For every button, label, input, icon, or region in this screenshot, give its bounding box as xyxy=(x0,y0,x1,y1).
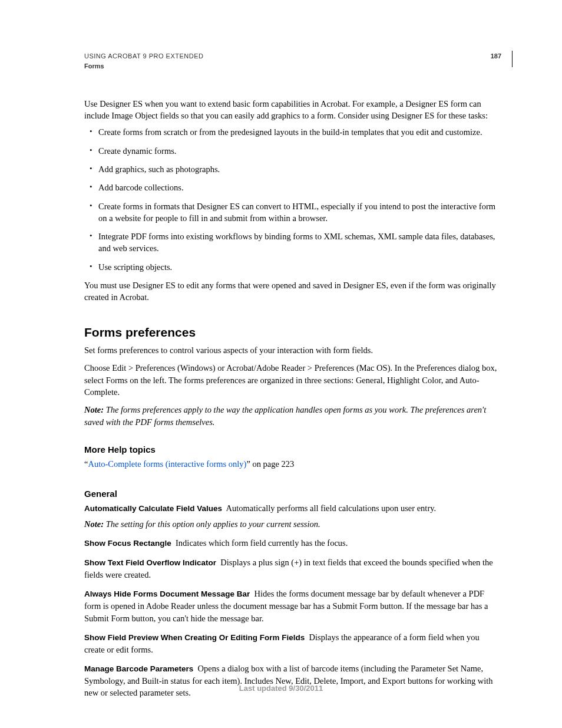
header-title: USING ACROBAT 9 PRO EXTENDED xyxy=(84,52,498,61)
page-container: USING ACROBAT 9 PRO EXTENDED Forms 187 U… xyxy=(0,0,562,728)
option-row: Automatically Calculate Field Values Aut… xyxy=(84,502,498,515)
note-paragraph: Note: The forms preferences apply to the… xyxy=(84,404,498,428)
section-heading-forms-preferences: Forms preferences xyxy=(84,324,498,341)
option-desc: Indicates which form field currently has… xyxy=(176,538,348,548)
page-header: USING ACROBAT 9 PRO EXTENDED Forms 187 xyxy=(84,52,498,71)
footer-updated: Last updated 9/30/2011 xyxy=(0,683,562,694)
page-number: 187 xyxy=(491,52,501,61)
list-item: Create dynamic forms. xyxy=(84,145,498,157)
help-link[interactable]: Auto-Complete forms (interactive forms o… xyxy=(88,459,246,469)
option-row: Show Field Preview When Creating Or Edit… xyxy=(84,631,498,655)
note-paragraph: Note: The setting for this option only a… xyxy=(84,518,498,530)
option-row: Always Hide Forms Document Message Bar H… xyxy=(84,588,498,624)
option-label: Show Field Preview When Creating Or Edit… xyxy=(84,633,305,642)
header-subtitle: Forms xyxy=(84,62,498,71)
list-item: Use scripting objects. xyxy=(84,261,498,273)
intro-paragraph: Use Designer ES when you want to extend … xyxy=(84,98,498,122)
general-heading: General xyxy=(84,487,498,500)
header-divider xyxy=(512,51,513,67)
note-body: The setting for this option only applies… xyxy=(106,519,320,529)
help-link-suffix: ” on page 223 xyxy=(246,459,294,469)
option-label: Show Focus Rectangle xyxy=(84,539,171,548)
option-row: Show Focus Rectangle Indicates which for… xyxy=(84,537,498,549)
list-item: Create forms in formats that Designer ES… xyxy=(84,200,498,225)
note-label: Note: xyxy=(84,405,104,414)
option-label: Automatically Calculate Field Values xyxy=(84,504,222,513)
option-row: Show Text Field Overflow Indicator Displ… xyxy=(84,556,498,581)
section-paragraph: Choose Edit > Preferences (Windows) or A… xyxy=(84,362,498,398)
more-help-heading: More Help topics xyxy=(84,443,498,456)
list-item: Integrate PDF forms into existing workfl… xyxy=(84,230,498,255)
note-body: The forms preferences apply to the way t… xyxy=(84,405,486,426)
option-desc: Automatically performs all field calcula… xyxy=(226,503,437,513)
option-label: Always Hide Forms Document Message Bar xyxy=(84,589,250,598)
section-paragraph: Set forms preferences to control various… xyxy=(84,344,498,356)
after-bullets-paragraph: You must use Designer ES to edit any for… xyxy=(84,279,498,304)
list-item: Add barcode collections. xyxy=(84,182,498,193)
list-item: Create forms from scratch or from the pr… xyxy=(84,126,498,138)
option-label: Manage Barcode Parameters xyxy=(84,664,193,673)
task-list: Create forms from scratch or from the pr… xyxy=(84,126,498,273)
more-help-line: “Auto-Complete forms (interactive forms … xyxy=(84,458,498,470)
note-label: Note: xyxy=(84,519,104,529)
list-item: Add graphics, such as photographs. xyxy=(84,163,498,175)
option-label: Show Text Field Overflow Indicator xyxy=(84,558,216,567)
